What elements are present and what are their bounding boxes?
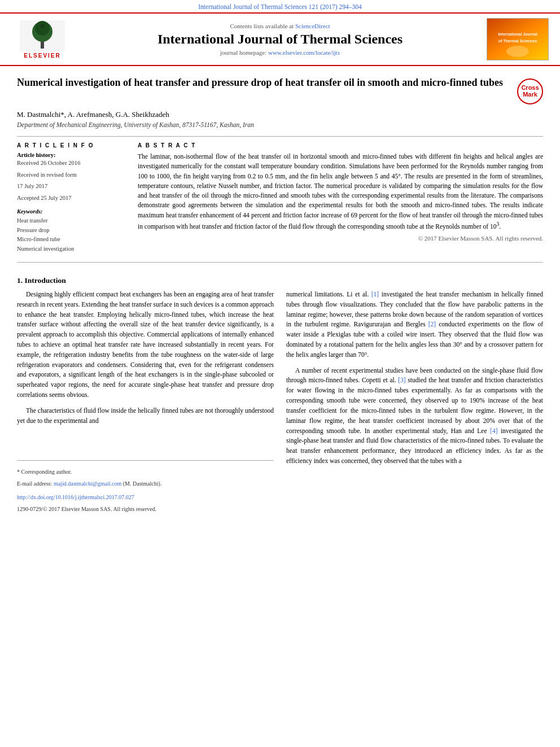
- svg-point-8: [506, 46, 529, 57]
- ref-3: [3]: [398, 377, 405, 383]
- footnote-section: * Corresponding author. E-mail address: …: [17, 460, 274, 513]
- journal-logo-graphic: International Journal of Thermal Science…: [487, 18, 549, 60]
- received-value: Received 26 October 2016: [17, 159, 124, 168]
- corresponding-author-note: * Corresponding author.: [17, 468, 274, 476]
- crossmark-logo: Cross Mark: [517, 78, 543, 104]
- journal-header: ELSEVIER Contents lists available at Sci…: [0, 12, 560, 66]
- ref-1: [1]: [371, 291, 379, 298]
- elsevier-label: ELSEVIER: [24, 53, 60, 59]
- journal-header-right: International Journal of Thermal Science…: [487, 18, 549, 60]
- revised-label: Received in revised form: [17, 171, 124, 180]
- section1-body: Designing highly efficient compact heat …: [17, 290, 543, 513]
- abstract-text: The laminar, non-isothermal flow of the …: [138, 152, 543, 231]
- journal-homepage: journal homepage: www.elsevier.com/locat…: [73, 49, 487, 56]
- revised-date: 17 July 2017: [17, 182, 124, 191]
- keyword-1: Heat transfer: [17, 216, 124, 226]
- main-content: Numerical investigation of heat transfer…: [0, 66, 560, 276]
- svg-text:of Thermal Sciences: of Thermal Sciences: [498, 39, 537, 43]
- keywords-label: Keywords:: [17, 208, 124, 215]
- ref-2: [2]: [428, 321, 436, 327]
- keyword-3: Micro-finned tube: [17, 235, 124, 244]
- article-title: Numerical investigation of heat transfer…: [17, 76, 517, 89]
- section1-title: 1. Introduction: [17, 276, 543, 285]
- keyword-2: Pressure drop: [17, 226, 124, 235]
- authors: M. Dastmalchi*, A. Arefmanesh, G.A. Shei…: [17, 110, 543, 119]
- body-para-1: Designing highly efficient compact heat …: [17, 290, 274, 400]
- abstract-heading: A B S T R A C T: [138, 142, 543, 148]
- elsevier-logo-area: ELSEVIER: [11, 20, 73, 59]
- journal-title: International Journal of Thermal Science…: [73, 32, 487, 47]
- article-title-section: Numerical investigation of heat transfer…: [17, 76, 543, 104]
- abstract-col: A B S T R A C T The laminar, non-isother…: [138, 142, 543, 254]
- citation-text: International Journal of Thermal Science…: [198, 3, 361, 10]
- article-info-col: A R T I C L E I N F O Article history: R…: [17, 142, 124, 254]
- keyword-4: Numerical investigation: [17, 244, 124, 254]
- body-para-4: A number of recent experimental studies …: [286, 366, 543, 466]
- body-para-2: The characteristics of fluid flow inside…: [17, 406, 274, 426]
- divider-1: [17, 136, 543, 137]
- ref-4: [4]: [490, 427, 497, 434]
- elsevier-tree-graphic: [20, 20, 65, 51]
- accepted-value: Accepted 25 July 2017: [17, 194, 124, 203]
- journal-header-center: Contents lists available at ScienceDirec…: [73, 23, 487, 56]
- email-note: E-mail address: majid.dastmalchi@gmail.c…: [17, 479, 274, 488]
- svg-text:International Journal: International Journal: [498, 32, 537, 36]
- page-container: International Journal of Thermal Science…: [0, 0, 560, 747]
- body-para-3: numerical limitations. Li et al. [1] inv…: [286, 290, 543, 360]
- email-link[interactable]: majid.dastmalchi@gmail.com: [54, 480, 121, 487]
- info-abstract-section: A R T I C L E I N F O Article history: R…: [17, 142, 543, 254]
- body-col-left: Designing highly efficient compact heat …: [17, 290, 274, 513]
- elsevier-logo: ELSEVIER: [11, 20, 73, 59]
- contents-available-text: Contents lists available at ScienceDirec…: [73, 23, 487, 29]
- article-info-heading: A R T I C L E I N F O: [17, 142, 124, 148]
- body-content: 1. Introduction Designing highly efficie…: [0, 276, 560, 525]
- sciencedirect-link[interactable]: ScienceDirect: [295, 23, 330, 29]
- doi-link[interactable]: http://dx.doi.org/10.1016/j.ijthermalsci…: [17, 494, 134, 500]
- history-label: Article history:: [17, 152, 124, 158]
- divider-2: [17, 262, 543, 263]
- affiliation: Department of Mechanical Engineering, Un…: [17, 121, 543, 128]
- homepage-link[interactable]: www.elsevier.com/locate/ijts: [268, 49, 340, 56]
- body-col-right: numerical limitations. Li et al. [1] inv…: [286, 290, 543, 513]
- svg-text:Cross: Cross: [521, 84, 539, 91]
- doi-section: http://dx.doi.org/10.1016/j.ijthermalsci…: [17, 492, 274, 501]
- copyright-text: © 2017 Elsevier Masson SAS. All rights r…: [138, 235, 543, 242]
- svg-point-4: [40, 24, 45, 28]
- rights-text: 1290-0729/© 2017 Elsevier Masson SAS. Al…: [17, 505, 274, 513]
- svg-text:Mark: Mark: [523, 91, 538, 98]
- citation-bar: International Journal of Thermal Science…: [0, 0, 560, 12]
